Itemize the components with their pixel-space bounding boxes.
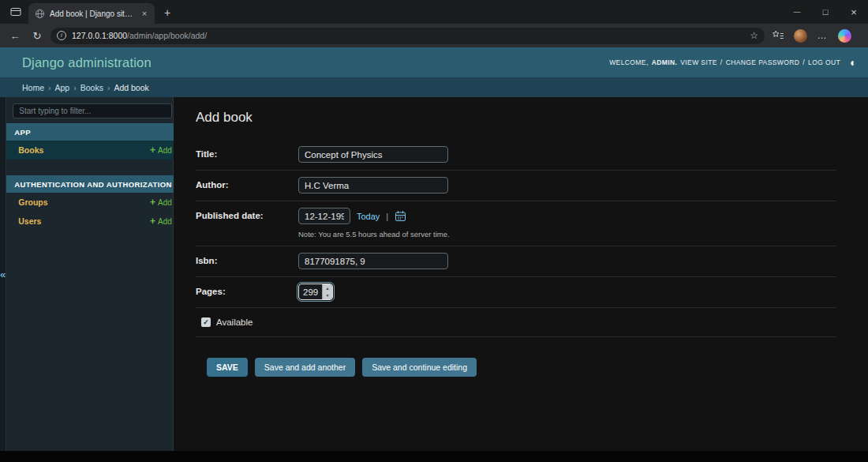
sidebar-collapse-toggle[interactable]: «: [0, 97, 6, 451]
link-separator: /: [720, 58, 723, 66]
number-spinner: ▲ ▼: [322, 284, 332, 299]
auth-section-header[interactable]: AUTHENTICATION AND AUTHORIZATION: [6, 175, 180, 193]
today-link[interactable]: Today: [357, 212, 380, 221]
sidebar-item-users[interactable]: Users +Add: [6, 212, 180, 231]
pipe-separator: |: [386, 212, 388, 221]
favorites-list-icon[interactable]: [769, 27, 787, 44]
browser-tab[interactable]: Add book | Django site admin ×: [28, 3, 155, 24]
breadcrumb-app-link[interactable]: App: [55, 83, 70, 92]
profile-avatar[interactable]: [791, 27, 809, 44]
books-add-link[interactable]: +Add: [150, 146, 172, 155]
books-model-link[interactable]: Books: [18, 145, 43, 155]
title-label: Title:: [196, 146, 298, 163]
refresh-button[interactable]: ↻: [28, 27, 46, 44]
groups-model-link[interactable]: Groups: [18, 197, 47, 207]
sidebar-filter-input[interactable]: [13, 103, 172, 118]
groups-add-link[interactable]: +Add: [150, 198, 172, 207]
save-button[interactable]: SAVE: [207, 358, 248, 377]
copilot-logo: [838, 29, 851, 43]
save-continue-editing-button[interactable]: Save and continue editing: [362, 358, 477, 377]
site-favicon-globe-icon: [35, 9, 45, 19]
link-separator: /: [803, 58, 805, 66]
admin-main: « APP Books +Add AUTHENTICATION AND AUTH…: [0, 97, 868, 451]
author-field[interactable]: [298, 177, 448, 193]
breadcrumb-home-link[interactable]: Home: [22, 83, 44, 92]
url-path: /admin/app/book/add/: [127, 31, 207, 40]
app-module: APP Books +Add: [6, 123, 180, 160]
form-row-published-date: Published date: Today | Note: You are 5.…: [196, 201, 836, 246]
url-text: 127.0.0.1:8000/admin/app/book/add/: [72, 31, 744, 40]
available-checkbox[interactable]: ✓: [201, 317, 211, 327]
plus-icon: +: [150, 217, 155, 225]
window-controls: — □ ×: [783, 0, 868, 24]
browser-tab-strip: Add book | Django site admin × + — □ ×: [0, 0, 868, 24]
welcome-text: WELCOME,: [609, 58, 648, 66]
published-date-label: Published date:: [196, 208, 298, 239]
avatar-image: [794, 29, 807, 43]
users-model-link[interactable]: Users: [18, 216, 41, 226]
published-date-field[interactable]: [298, 208, 350, 224]
spin-up-icon[interactable]: ▲: [323, 284, 332, 292]
page-title: Add book: [196, 110, 836, 126]
add-label: Add: [158, 198, 172, 207]
form-row-available: ✓ Available: [196, 308, 836, 337]
admin-header: Django administration WELCOME, ADMIN. VI…: [0, 47, 868, 77]
plus-icon: +: [150, 146, 155, 154]
sidebar-item-groups[interactable]: Groups +Add: [6, 193, 180, 212]
tab-title: Add book | Django site admin: [50, 9, 134, 18]
log-out-link[interactable]: LOG OUT: [808, 58, 840, 66]
app-section-header[interactable]: APP: [6, 123, 180, 141]
back-button[interactable]: ←: [6, 27, 24, 44]
change-password-link[interactable]: CHANGE PASSWORD: [726, 58, 800, 66]
add-label: Add: [158, 146, 172, 155]
window-maximize-button[interactable]: □: [811, 0, 840, 24]
url-host: 127.0.0.1:8000: [72, 31, 127, 40]
add-label: Add: [158, 217, 172, 226]
nav-sidebar: « APP Books +Add AUTHENTICATION AND AUTH…: [0, 97, 174, 451]
breadcrumb-separator: ›: [107, 83, 110, 92]
available-label[interactable]: Available: [216, 317, 253, 327]
view-site-link[interactable]: VIEW SITE: [680, 58, 717, 66]
breadcrumb-books-link[interactable]: Books: [80, 83, 103, 92]
form-row-pages: Pages: ▲ ▼: [196, 277, 836, 308]
pages-stepper: ▲ ▼: [298, 284, 333, 300]
address-bar[interactable]: i 127.0.0.1:8000/admin/app/book/add/ ☆: [51, 28, 765, 44]
timezone-help-text: Note: You are 5.5 hours ahead of server …: [298, 230, 450, 239]
new-tab-button[interactable]: +: [158, 3, 177, 22]
spin-down-icon[interactable]: ▼: [323, 292, 332, 300]
user-tools: WELCOME, ADMIN. VIEW SITE / CHANGE PASSW…: [609, 56, 857, 69]
browser-window: Add book | Django site admin × + — □ × ←…: [0, 0, 868, 462]
favorite-star-icon[interactable]: ☆: [750, 30, 758, 41]
copilot-icon[interactable]: [836, 27, 853, 44]
breadcrumb: Home › App › Books › Add book: [0, 77, 868, 97]
breadcrumb-current: Add book: [114, 83, 148, 92]
taskbar-strip: [0, 451, 868, 462]
pages-field[interactable]: [299, 284, 322, 299]
tab-close-icon[interactable]: ×: [139, 8, 150, 19]
browser-toolbar: ← ↻ i 127.0.0.1:8000/admin/app/book/add/…: [0, 24, 868, 47]
window-minimize-button[interactable]: —: [783, 0, 811, 24]
add-book-form: Title: Author: Published date: Today |: [196, 140, 836, 377]
author-label: Author:: [196, 177, 298, 193]
site-branding-link[interactable]: Django administration: [22, 55, 152, 70]
breadcrumb-separator: ›: [73, 83, 77, 92]
users-add-link[interactable]: +Add: [150, 217, 172, 226]
auth-module: AUTHENTICATION AND AUTHORIZATION Groups …: [6, 175, 180, 231]
form-row-title: Title:: [196, 140, 836, 171]
pages-label: Pages:: [196, 284, 298, 300]
isbn-field[interactable]: [298, 253, 448, 269]
form-row-author: Author:: [196, 171, 836, 201]
plus-icon: +: [150, 198, 155, 206]
isbn-label: Isbn:: [196, 253, 298, 269]
site-info-icon[interactable]: i: [57, 31, 66, 40]
browser-menu-icon[interactable]: …: [814, 27, 831, 44]
tab-actions-icon[interactable]: [5, 2, 27, 22]
window-close-button[interactable]: ×: [840, 0, 868, 24]
calendar-icon[interactable]: [395, 210, 406, 222]
sidebar-item-books[interactable]: Books +Add: [6, 141, 180, 160]
title-field[interactable]: [298, 146, 448, 163]
save-add-another-button[interactable]: Save and add another: [255, 358, 355, 377]
ellipsis-icon: …: [817, 30, 828, 41]
nav-sidebar-content: APP Books +Add AUTHENTICATION AND AUTHOR…: [6, 97, 180, 451]
theme-toggle-icon[interactable]: ◐: [850, 56, 857, 69]
